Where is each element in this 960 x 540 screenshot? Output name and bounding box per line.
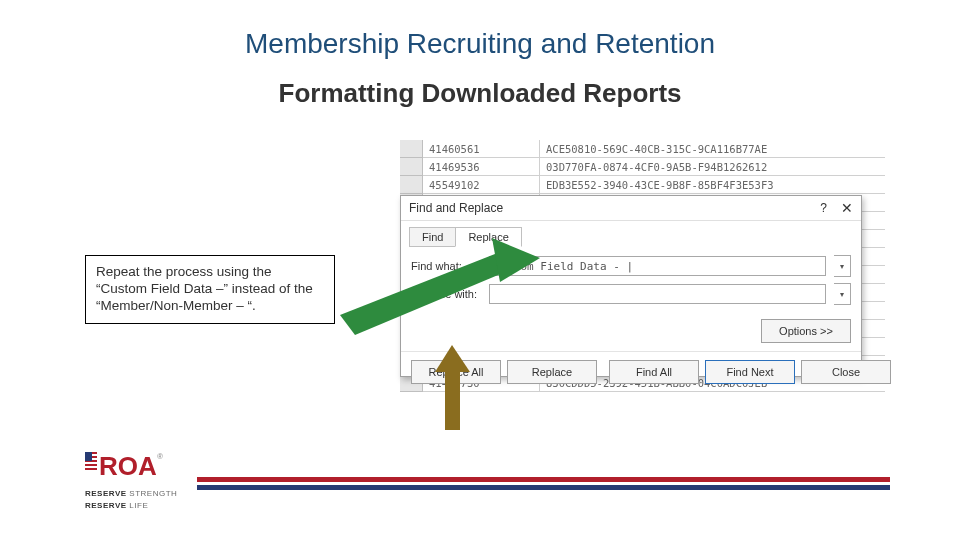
registered-icon: ® xyxy=(157,452,163,461)
close-button[interactable]: Close xyxy=(801,360,891,384)
cell: 41460561 xyxy=(423,140,540,158)
instruction-box: Repeat the process using the “Custom Fie… xyxy=(85,255,335,324)
options-button[interactable]: Options >> xyxy=(761,319,851,343)
dialog-title-text: Find and Replace xyxy=(409,201,503,215)
instruction-text: Repeat the process using the “Custom Fie… xyxy=(96,264,313,313)
close-icon[interactable]: ✕ xyxy=(841,201,853,215)
row-header xyxy=(400,176,423,194)
cell: 41469536 xyxy=(423,158,540,176)
label-find-what: Find what: xyxy=(411,260,481,272)
footer-bars xyxy=(197,477,890,490)
page-subtitle: Formatting Downloaded Reports xyxy=(0,78,960,109)
dialog-tabs: Find Replace xyxy=(401,221,861,247)
bar-blue xyxy=(197,485,890,490)
table-row: 45549102EDB3E552-3940-43CE-9B8F-85BF4F3E… xyxy=(400,176,885,194)
find-next-button[interactable]: Find Next xyxy=(705,360,795,384)
roa-logo: ROA ® RESERVE STRENGTH RESERVE LIFE xyxy=(85,449,177,511)
svg-rect-8 xyxy=(85,468,97,470)
row-header xyxy=(400,158,423,176)
find-replace-dialog: Find and Replace ? ✕ Find Replace Find w… xyxy=(400,195,862,377)
spreadsheet-area: 41460561ACE50810-569C-40CB-315C-9CA116B7… xyxy=(400,140,885,420)
tab-find[interactable]: Find xyxy=(409,227,456,247)
logo-tagline-2: RESERVE LIFE xyxy=(85,501,177,511)
dialog-titlebar: Find and Replace ? ✕ xyxy=(401,196,861,221)
label-replace-with: Replace with: xyxy=(411,288,481,300)
table-row: 4146953603D770FA-0874-4CF0-9A5B-F94B1262… xyxy=(400,158,885,176)
cell: 45549102 xyxy=(423,176,540,194)
page-title: Membership Recruiting and Retention xyxy=(0,28,960,60)
input-find-what[interactable] xyxy=(489,256,826,276)
input-replace-with[interactable] xyxy=(489,284,826,304)
replace-button[interactable]: Replace xyxy=(507,360,597,384)
row-header xyxy=(400,140,423,158)
logo-tagline-1: RESERVE STRENGTH xyxy=(85,489,177,499)
find-all-button[interactable]: Find All xyxy=(609,360,699,384)
table-row: 41460561ACE50810-569C-40CB-315C-9CA116B7… xyxy=(400,140,885,158)
flag-icon: ROA ® xyxy=(85,449,163,483)
chevron-down-icon[interactable]: ▾ xyxy=(834,283,851,305)
svg-rect-9 xyxy=(85,452,92,461)
logo-text: ROA xyxy=(99,451,157,481)
help-icon[interactable]: ? xyxy=(820,201,827,215)
cell: 03D770FA-0874-4CF0-9A5B-F94B1262612 xyxy=(540,158,885,176)
cell: ACE50810-569C-40CB-315C-9CA116B77AE xyxy=(540,140,885,158)
cell: EDB3E552-3940-43CE-9B8F-85BF4F3E53F3 xyxy=(540,176,885,194)
svg-rect-7 xyxy=(85,464,97,466)
footer: ROA ® RESERVE STRENGTH RESERVE LIFE xyxy=(85,450,890,510)
chevron-down-icon[interactable]: ▾ xyxy=(834,255,851,277)
tab-replace[interactable]: Replace xyxy=(455,227,521,247)
bar-red xyxy=(197,477,890,482)
replace-all-button[interactable]: Replace All xyxy=(411,360,501,384)
